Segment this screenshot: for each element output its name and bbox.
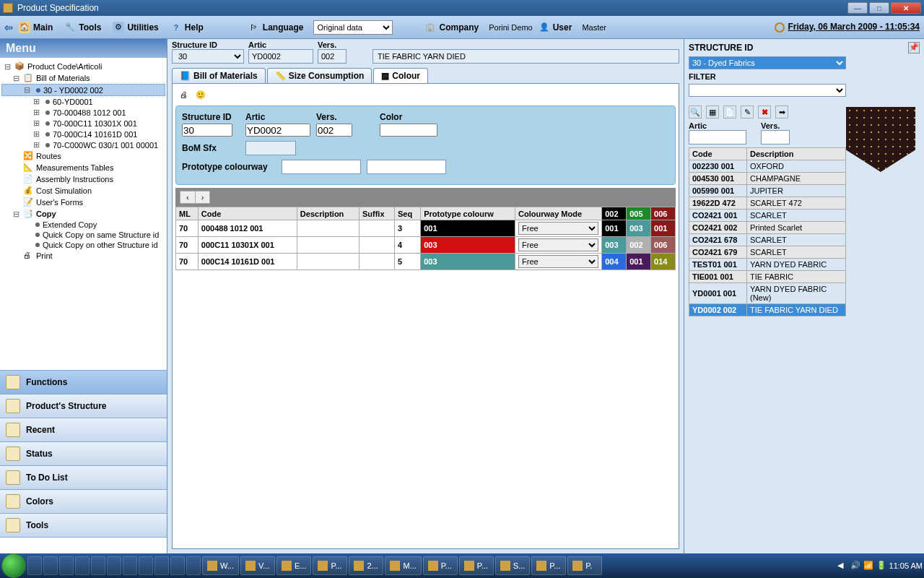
quicklaunch-4[interactable] — [75, 556, 90, 575]
fabric-row[interactable]: 004530 001CHAMPAGNE — [689, 173, 846, 185]
taskbar-task[interactable]: 2... — [349, 556, 383, 575]
grid-header[interactable]: Seq — [395, 207, 421, 220]
quicklaunch-1[interactable] — [27, 556, 42, 575]
export-icon[interactable]: ➡ — [775, 105, 788, 118]
fabric-list[interactable]: CodeDescription002230 001OXFORD004530 00… — [689, 147, 846, 316]
quicklaunch-9[interactable] — [154, 556, 169, 575]
r-vers-input[interactable] — [761, 130, 790, 144]
accordion-colors[interactable]: Colors — [0, 490, 167, 514]
taskbar-task[interactable]: E... — [276, 556, 312, 575]
tree-assembly[interactable]: 📄Assembly Instructions — [1, 173, 165, 185]
colour-grid[interactable]: MLCodeDescriptionSuffixSeqPrototype colo… — [175, 207, 676, 270]
tree-routes[interactable]: 🔀Routes — [1, 150, 165, 162]
grid-header[interactable]: Prototype colourw — [421, 207, 515, 220]
maximize-button[interactable]: □ — [869, 2, 889, 14]
fabric-row[interactable]: 19622D 472SCARLET 472 — [689, 197, 846, 210]
table-icon[interactable]: ▦ — [706, 105, 719, 118]
tree-copy-item[interactable]: Quick Copy on other Structure id — [1, 240, 165, 250]
grid-colour-header[interactable]: 002 — [602, 207, 627, 220]
frm-proto-input2[interactable] — [367, 160, 446, 174]
tree-measurements[interactable]: 📐Measurements Tables — [1, 162, 165, 173]
grid-header[interactable]: ML — [176, 207, 199, 220]
accordion-to-do-list[interactable]: To Do List — [0, 466, 167, 490]
quicklaunch-3[interactable] — [59, 556, 74, 575]
accordion-tools[interactable]: Tools — [0, 514, 167, 538]
grid-row[interactable]: 70000C11 10301X 0014 003 Free003002006 — [176, 237, 676, 254]
tray-icon[interactable]: 📶 — [863, 561, 873, 571]
minimize-button[interactable]: — — [847, 2, 868, 14]
grid-row[interactable]: 70000488 1012 0013 001 Free001003001 — [176, 220, 676, 237]
tray-icon[interactable]: ◀ — [837, 561, 847, 571]
tree-item[interactable]: ⊞60-YD0001 — [1, 96, 165, 107]
taskbar-task[interactable]: W... — [202, 556, 239, 575]
tree-item[interactable]: ⊞70-C000WC 030/1 001 00001 — [1, 139, 165, 150]
main-menu[interactable]: 🏠Main — [17, 20, 58, 35]
fabric-row[interactable]: 002230 001OXFORD — [689, 160, 846, 173]
quicklaunch-11[interactable] — [186, 556, 201, 575]
fabric-row[interactable]: YD0001 001YARN DYED FABRIC (New) — [689, 283, 846, 304]
r-struct-select[interactable]: 30 - Dyed Fabrics — [689, 56, 846, 69]
language-select[interactable]: Original data — [313, 20, 393, 35]
grid-header[interactable]: Description — [297, 207, 359, 220]
tree-item[interactable]: ⊞70-000488 1012 001 — [1, 107, 165, 118]
frm-proto-input1[interactable] — [282, 160, 361, 174]
hdr-vers-input[interactable] — [318, 49, 346, 64]
quicklaunch-6[interactable] — [107, 556, 121, 575]
taskbar-task[interactable]: P... — [531, 556, 566, 575]
rgrid-desc-hdr[interactable]: Description — [747, 148, 846, 160]
help-menu[interactable]: ?Help — [169, 20, 209, 35]
r-artic-input[interactable] — [689, 130, 746, 144]
tree-copy[interactable]: ⊟📑Copy — [1, 208, 165, 220]
smiley-icon[interactable]: 🙂 — [194, 88, 207, 101]
tray-icon[interactable]: 🔋 — [876, 561, 886, 571]
quicklaunch-2[interactable] — [43, 556, 58, 575]
grid-header[interactable]: Code — [198, 207, 297, 220]
pin-icon[interactable]: 📌 — [908, 42, 920, 53]
fabric-row[interactable]: TEST01 001YARN DYED FABRIC — [689, 259, 846, 271]
grid-colour-header[interactable]: 005 — [627, 207, 651, 220]
quicklaunch-5[interactable] — [91, 556, 105, 575]
taskbar-task[interactable]: S... — [495, 556, 531, 575]
tree-bom-selected[interactable]: ⊟30 - YD0002 002 — [1, 84, 165, 96]
tree-item[interactable]: ⊞70-000C14 10161D 001 — [1, 129, 165, 139]
quicklaunch-7[interactable] — [123, 556, 137, 575]
utilities-menu[interactable]: ⚙Utilities — [111, 20, 164, 35]
nav-prev[interactable]: ‹ — [180, 191, 196, 203]
fabric-row[interactable]: CO2421 001SCARLET — [689, 210, 846, 222]
hdr-structure-select[interactable]: 30 — [172, 49, 244, 64]
close-button[interactable]: ✕ — [891, 2, 921, 14]
mode-select[interactable]: Free — [518, 222, 598, 235]
tree-item[interactable]: ⊞70-000C11 10301X 001 — [1, 118, 165, 129]
tools-menu[interactable]: 🔧Tools — [63, 20, 107, 35]
accordion-product-s-structure[interactable]: Product's Structure — [0, 394, 167, 418]
taskbar-task[interactable]: P... — [423, 556, 458, 575]
tab-size[interactable]: 📏Size Consumption — [267, 68, 372, 83]
taskbar-task[interactable]: V... — [240, 556, 275, 575]
fabric-row[interactable]: 005990 001JUPITER — [689, 185, 846, 197]
accordion-recent[interactable]: Recent — [0, 418, 167, 442]
binoculars-icon[interactable]: 🔍 — [689, 105, 702, 118]
nav-next[interactable]: › — [196, 191, 210, 203]
fabric-row[interactable]: TIE001 001TIE FABRIC — [689, 271, 846, 283]
tab-colour[interactable]: ▦Colour — [373, 68, 428, 83]
tree-forms[interactable]: 📝User's Forms — [1, 197, 165, 208]
taskbar-task[interactable]: P. — [567, 556, 602, 575]
tree-cost[interactable]: 💰Cost Simulation — [1, 185, 165, 197]
mode-select[interactable]: Free — [518, 238, 598, 251]
tree-print[interactable]: 🖨Print — [1, 250, 165, 262]
taskbar-task[interactable]: P... — [313, 556, 347, 575]
taskbar-task[interactable]: P... — [459, 556, 494, 575]
grid-header[interactable]: Suffix — [359, 207, 394, 220]
tree-copy-item[interactable]: Quick Copy on same Structure id — [1, 230, 165, 240]
start-button[interactable] — [1, 553, 26, 578]
navigation-tree[interactable]: ⊟📦Product Code\Articoli ⊟📋Bill of Materi… — [0, 58, 167, 370]
back-icon[interactable]: ⇦ — [4, 22, 13, 33]
tree-copy-item[interactable]: Extended Copy — [1, 220, 165, 230]
accordion-functions[interactable]: Functions — [0, 371, 167, 394]
taskbar-task[interactable]: M... — [385, 556, 421, 575]
r-filter-select[interactable] — [689, 84, 846, 97]
tray-clock[interactable]: 11:05 AM — [889, 561, 923, 570]
tree-product-code[interactable]: ⊟📦Product Code\Articoli — [1, 61, 165, 72]
quicklaunch-8[interactable] — [139, 556, 153, 575]
grid-header[interactable]: Colourway Mode — [515, 207, 602, 220]
